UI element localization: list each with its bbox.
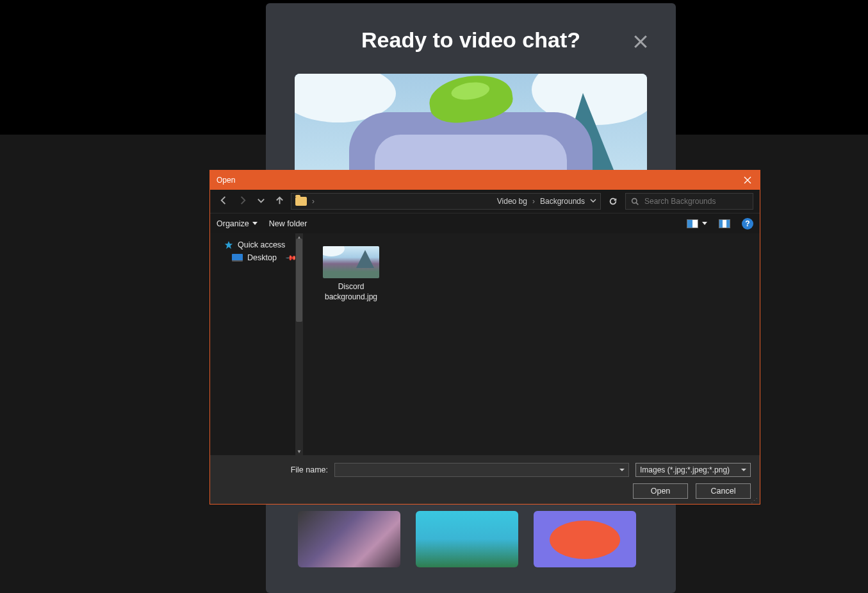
open-button[interactable]: Open [633, 483, 688, 499]
search-box[interactable] [625, 193, 753, 210]
search-icon [631, 197, 639, 206]
address-dropdown[interactable] [590, 197, 596, 206]
sidebar-scrollbar[interactable]: ▲ ▼ [295, 233, 303, 455]
modal-header: Ready to video chat? [282, 16, 660, 64]
file-list[interactable]: Discord background.jpg [303, 233, 760, 455]
svg-point-0 [632, 198, 637, 203]
scrollbar-thumb[interactable] [296, 238, 302, 322]
file-open-dialog: Open › Video bg › Backgrounds [209, 170, 760, 505]
background-thumb-2[interactable] [416, 511, 518, 567]
breadcrumb-parent[interactable]: Video bg [497, 197, 527, 206]
folder-icon [295, 197, 307, 206]
forward-button[interactable] [238, 196, 247, 208]
navigation-bar: › Video bg › Backgrounds [210, 190, 760, 213]
background-thumb-3[interactable] [534, 511, 636, 567]
resize-grip[interactable]: ⋰ [751, 499, 758, 503]
background-thumb-1[interactable] [298, 511, 400, 567]
caret-down-icon [619, 469, 625, 471]
dialog-title: Open [217, 176, 235, 185]
modal-title: Ready to video chat? [361, 28, 580, 53]
file-name: Discord background.jpg [316, 282, 386, 302]
view-icon [687, 219, 698, 228]
toolbar: Organize New folder ? [210, 213, 760, 233]
sidebar-quick-access[interactable]: Quick access [210, 238, 303, 251]
help-button[interactable]: ? [742, 218, 753, 230]
filename-label: File name: [219, 465, 328, 474]
close-icon[interactable] [631, 32, 650, 54]
sidebar: Quick access Desktop 📌 ▲ ▼ [210, 233, 303, 455]
sidebar-desktop[interactable]: Desktop 📌 [210, 251, 303, 264]
dialog-footer: File name: Images (*.jpg;*.jpeg;*.png) O… [210, 455, 760, 504]
cancel-button[interactable]: Cancel [696, 483, 751, 499]
preview-pane-button[interactable] [719, 219, 730, 228]
dialog-close-button[interactable] [742, 174, 753, 186]
file-thumbnail [323, 246, 379, 278]
address-bar[interactable]: › Video bg › Backgrounds [291, 193, 601, 210]
refresh-button[interactable] [605, 193, 621, 210]
search-input[interactable] [644, 197, 748, 206]
file-item[interactable]: Discord background.jpg [316, 246, 386, 302]
caret-down-icon [702, 222, 707, 225]
new-folder-button[interactable]: New folder [269, 219, 307, 228]
dialog-body: Quick access Desktop 📌 ▲ ▼ Discord backg… [210, 233, 760, 455]
star-icon [224, 240, 233, 249]
background-thumbnails [298, 511, 636, 567]
view-menu[interactable] [687, 219, 707, 228]
recent-locations-dropdown[interactable] [256, 196, 266, 208]
breadcrumb-current[interactable]: Backgrounds [540, 197, 585, 206]
caret-down-icon [741, 469, 746, 471]
caret-down-icon [252, 222, 258, 225]
scroll-down-icon[interactable]: ▼ [295, 447, 303, 455]
chevron-right-icon: › [532, 197, 535, 206]
chevron-right-icon: › [312, 197, 315, 206]
back-button[interactable] [219, 196, 229, 208]
filename-input[interactable] [334, 463, 629, 477]
up-button[interactable] [275, 196, 284, 208]
filetype-select[interactable]: Images (*.jpg;*.jpeg;*.png) [635, 463, 751, 477]
nav-arrows [217, 196, 287, 208]
desktop-icon [232, 254, 243, 262]
dialog-titlebar[interactable]: Open [210, 171, 760, 190]
organize-menu[interactable]: Organize [217, 219, 258, 228]
